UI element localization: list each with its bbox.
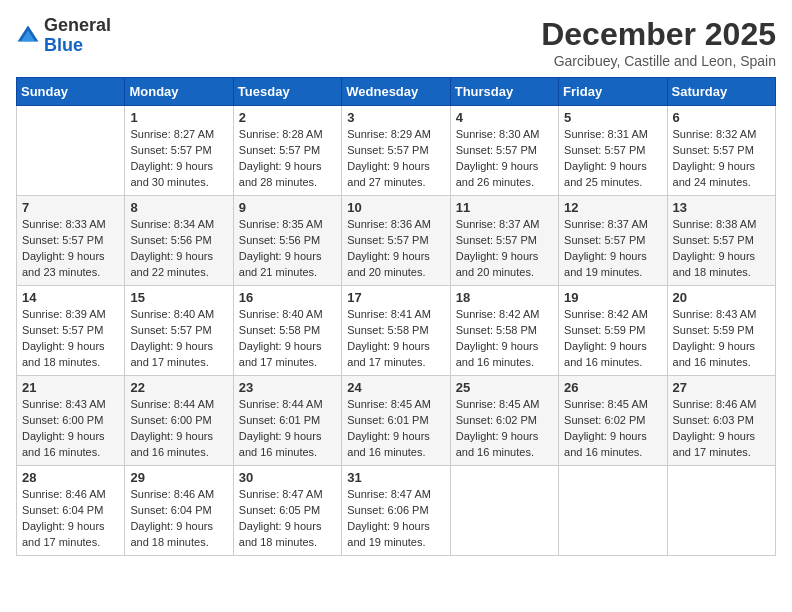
calendar-cell: 18Sunrise: 8:42 AM Sunset: 5:58 PM Dayli… bbox=[450, 286, 558, 376]
calendar-cell: 21Sunrise: 8:43 AM Sunset: 6:00 PM Dayli… bbox=[17, 376, 125, 466]
day-number: 17 bbox=[347, 290, 444, 305]
day-info: Sunrise: 8:45 AM Sunset: 6:02 PM Dayligh… bbox=[456, 397, 553, 461]
title-block: December 2025 Garcibuey, Castille and Le… bbox=[541, 16, 776, 69]
day-info: Sunrise: 8:38 AM Sunset: 5:57 PM Dayligh… bbox=[673, 217, 770, 281]
weekday-header-cell: Saturday bbox=[667, 78, 775, 106]
day-info: Sunrise: 8:43 AM Sunset: 5:59 PM Dayligh… bbox=[673, 307, 770, 371]
calendar-cell bbox=[17, 106, 125, 196]
day-number: 14 bbox=[22, 290, 119, 305]
day-number: 18 bbox=[456, 290, 553, 305]
calendar-cell: 2Sunrise: 8:28 AM Sunset: 5:57 PM Daylig… bbox=[233, 106, 341, 196]
day-info: Sunrise: 8:29 AM Sunset: 5:57 PM Dayligh… bbox=[347, 127, 444, 191]
day-info: Sunrise: 8:39 AM Sunset: 5:57 PM Dayligh… bbox=[22, 307, 119, 371]
day-info: Sunrise: 8:46 AM Sunset: 6:04 PM Dayligh… bbox=[130, 487, 227, 551]
calendar-cell: 17Sunrise: 8:41 AM Sunset: 5:58 PM Dayli… bbox=[342, 286, 450, 376]
calendar-cell: 20Sunrise: 8:43 AM Sunset: 5:59 PM Dayli… bbox=[667, 286, 775, 376]
calendar-cell: 1Sunrise: 8:27 AM Sunset: 5:57 PM Daylig… bbox=[125, 106, 233, 196]
calendar-cell: 31Sunrise: 8:47 AM Sunset: 6:06 PM Dayli… bbox=[342, 466, 450, 556]
calendar-week-row: 7Sunrise: 8:33 AM Sunset: 5:57 PM Daylig… bbox=[17, 196, 776, 286]
day-info: Sunrise: 8:42 AM Sunset: 5:59 PM Dayligh… bbox=[564, 307, 661, 371]
calendar-cell: 26Sunrise: 8:45 AM Sunset: 6:02 PM Dayli… bbox=[559, 376, 667, 466]
day-number: 13 bbox=[673, 200, 770, 215]
weekday-header-cell: Friday bbox=[559, 78, 667, 106]
day-number: 30 bbox=[239, 470, 336, 485]
logo: General Blue bbox=[16, 16, 111, 56]
day-info: Sunrise: 8:32 AM Sunset: 5:57 PM Dayligh… bbox=[673, 127, 770, 191]
day-number: 2 bbox=[239, 110, 336, 125]
day-number: 25 bbox=[456, 380, 553, 395]
month-title: December 2025 bbox=[541, 16, 776, 53]
calendar-week-row: 14Sunrise: 8:39 AM Sunset: 5:57 PM Dayli… bbox=[17, 286, 776, 376]
day-number: 7 bbox=[22, 200, 119, 215]
day-info: Sunrise: 8:45 AM Sunset: 6:01 PM Dayligh… bbox=[347, 397, 444, 461]
day-number: 3 bbox=[347, 110, 444, 125]
weekday-header-row: SundayMondayTuesdayWednesdayThursdayFrid… bbox=[17, 78, 776, 106]
calendar-cell: 28Sunrise: 8:46 AM Sunset: 6:04 PM Dayli… bbox=[17, 466, 125, 556]
weekday-header-cell: Wednesday bbox=[342, 78, 450, 106]
logo-blue-text: Blue bbox=[44, 35, 83, 55]
calendar-cell: 29Sunrise: 8:46 AM Sunset: 6:04 PM Dayli… bbox=[125, 466, 233, 556]
day-number: 11 bbox=[456, 200, 553, 215]
calendar-cell: 27Sunrise: 8:46 AM Sunset: 6:03 PM Dayli… bbox=[667, 376, 775, 466]
calendar-cell: 6Sunrise: 8:32 AM Sunset: 5:57 PM Daylig… bbox=[667, 106, 775, 196]
weekday-header-cell: Monday bbox=[125, 78, 233, 106]
day-info: Sunrise: 8:28 AM Sunset: 5:57 PM Dayligh… bbox=[239, 127, 336, 191]
day-info: Sunrise: 8:46 AM Sunset: 6:04 PM Dayligh… bbox=[22, 487, 119, 551]
day-info: Sunrise: 8:31 AM Sunset: 5:57 PM Dayligh… bbox=[564, 127, 661, 191]
day-number: 19 bbox=[564, 290, 661, 305]
calendar-table: SundayMondayTuesdayWednesdayThursdayFrid… bbox=[16, 77, 776, 556]
day-info: Sunrise: 8:45 AM Sunset: 6:02 PM Dayligh… bbox=[564, 397, 661, 461]
calendar-cell bbox=[667, 466, 775, 556]
day-number: 4 bbox=[456, 110, 553, 125]
calendar-cell: 30Sunrise: 8:47 AM Sunset: 6:05 PM Dayli… bbox=[233, 466, 341, 556]
calendar-cell: 15Sunrise: 8:40 AM Sunset: 5:57 PM Dayli… bbox=[125, 286, 233, 376]
calendar-cell: 9Sunrise: 8:35 AM Sunset: 5:56 PM Daylig… bbox=[233, 196, 341, 286]
calendar-cell: 5Sunrise: 8:31 AM Sunset: 5:57 PM Daylig… bbox=[559, 106, 667, 196]
day-number: 10 bbox=[347, 200, 444, 215]
calendar-body: 1Sunrise: 8:27 AM Sunset: 5:57 PM Daylig… bbox=[17, 106, 776, 556]
day-info: Sunrise: 8:35 AM Sunset: 5:56 PM Dayligh… bbox=[239, 217, 336, 281]
day-info: Sunrise: 8:43 AM Sunset: 6:00 PM Dayligh… bbox=[22, 397, 119, 461]
day-info: Sunrise: 8:30 AM Sunset: 5:57 PM Dayligh… bbox=[456, 127, 553, 191]
day-number: 12 bbox=[564, 200, 661, 215]
day-info: Sunrise: 8:40 AM Sunset: 5:57 PM Dayligh… bbox=[130, 307, 227, 371]
calendar-week-row: 1Sunrise: 8:27 AM Sunset: 5:57 PM Daylig… bbox=[17, 106, 776, 196]
day-number: 31 bbox=[347, 470, 444, 485]
calendar-cell: 8Sunrise: 8:34 AM Sunset: 5:56 PM Daylig… bbox=[125, 196, 233, 286]
calendar-cell: 23Sunrise: 8:44 AM Sunset: 6:01 PM Dayli… bbox=[233, 376, 341, 466]
day-number: 22 bbox=[130, 380, 227, 395]
day-info: Sunrise: 8:36 AM Sunset: 5:57 PM Dayligh… bbox=[347, 217, 444, 281]
day-info: Sunrise: 8:42 AM Sunset: 5:58 PM Dayligh… bbox=[456, 307, 553, 371]
day-info: Sunrise: 8:37 AM Sunset: 5:57 PM Dayligh… bbox=[564, 217, 661, 281]
calendar-cell: 25Sunrise: 8:45 AM Sunset: 6:02 PM Dayli… bbox=[450, 376, 558, 466]
day-number: 6 bbox=[673, 110, 770, 125]
logo-general-text: General bbox=[44, 15, 111, 35]
calendar-cell bbox=[559, 466, 667, 556]
calendar-cell: 14Sunrise: 8:39 AM Sunset: 5:57 PM Dayli… bbox=[17, 286, 125, 376]
calendar-cell: 13Sunrise: 8:38 AM Sunset: 5:57 PM Dayli… bbox=[667, 196, 775, 286]
day-info: Sunrise: 8:41 AM Sunset: 5:58 PM Dayligh… bbox=[347, 307, 444, 371]
page-header: General Blue December 2025 Garcibuey, Ca… bbox=[16, 16, 776, 69]
day-number: 15 bbox=[130, 290, 227, 305]
day-info: Sunrise: 8:44 AM Sunset: 6:00 PM Dayligh… bbox=[130, 397, 227, 461]
weekday-header-cell: Tuesday bbox=[233, 78, 341, 106]
logo-icon bbox=[16, 24, 40, 48]
calendar-cell: 11Sunrise: 8:37 AM Sunset: 5:57 PM Dayli… bbox=[450, 196, 558, 286]
day-number: 24 bbox=[347, 380, 444, 395]
day-info: Sunrise: 8:40 AM Sunset: 5:58 PM Dayligh… bbox=[239, 307, 336, 371]
day-number: 1 bbox=[130, 110, 227, 125]
calendar-week-row: 21Sunrise: 8:43 AM Sunset: 6:00 PM Dayli… bbox=[17, 376, 776, 466]
day-number: 26 bbox=[564, 380, 661, 395]
calendar-cell: 12Sunrise: 8:37 AM Sunset: 5:57 PM Dayli… bbox=[559, 196, 667, 286]
location-text: Garcibuey, Castille and Leon, Spain bbox=[541, 53, 776, 69]
day-number: 21 bbox=[22, 380, 119, 395]
day-info: Sunrise: 8:44 AM Sunset: 6:01 PM Dayligh… bbox=[239, 397, 336, 461]
day-info: Sunrise: 8:27 AM Sunset: 5:57 PM Dayligh… bbox=[130, 127, 227, 191]
calendar-cell bbox=[450, 466, 558, 556]
calendar-cell: 3Sunrise: 8:29 AM Sunset: 5:57 PM Daylig… bbox=[342, 106, 450, 196]
day-number: 23 bbox=[239, 380, 336, 395]
day-info: Sunrise: 8:34 AM Sunset: 5:56 PM Dayligh… bbox=[130, 217, 227, 281]
day-info: Sunrise: 8:37 AM Sunset: 5:57 PM Dayligh… bbox=[456, 217, 553, 281]
day-number: 16 bbox=[239, 290, 336, 305]
day-info: Sunrise: 8:46 AM Sunset: 6:03 PM Dayligh… bbox=[673, 397, 770, 461]
